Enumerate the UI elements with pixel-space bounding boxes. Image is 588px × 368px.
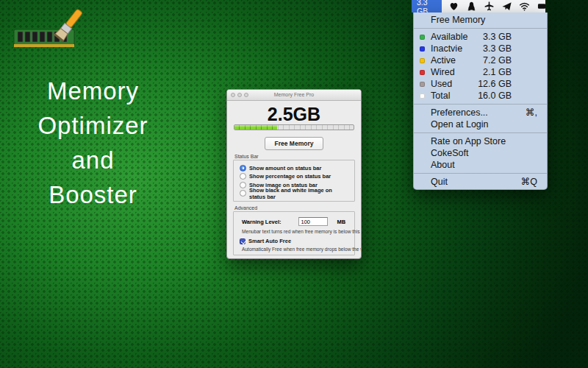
radio-label: Show amount on status bar — [249, 165, 321, 171]
menu-stat-available: Available 3.3 GB — [414, 31, 547, 43]
close-button[interactable] — [231, 93, 235, 97]
advanced-group: Advanced Warning Level: MB Menubar text … — [233, 205, 355, 255]
radio-icon[interactable] — [240, 182, 246, 188]
radio-icon[interactable] — [240, 190, 246, 197]
total-dot-icon — [420, 93, 425, 99]
battery-icon[interactable] — [537, 1, 545, 12]
zoom-button[interactable] — [244, 93, 248, 97]
airplane-icon[interactable] — [484, 1, 495, 12]
radio-label: Show percentage on status bar — [249, 173, 331, 180]
wifi-icon[interactable] — [519, 1, 530, 12]
memory-usage-bar — [234, 124, 354, 130]
menu-stat-wired: Wired 2.1 GB — [414, 66, 547, 78]
menu-separator — [414, 104, 547, 105]
paper-plane-icon[interactable] — [501, 1, 512, 12]
heading-line: and — [10, 143, 176, 177]
menubar: 3.3 GB — [412, 0, 545, 13]
heart-icon[interactable] — [448, 1, 459, 12]
group-label: Advanced — [234, 205, 355, 210]
wallpaper: Memory Optimizer and Booster 3.3 GB — [0, 0, 588, 368]
menu-item-label: Quit — [431, 177, 448, 187]
menubar-status-item[interactable]: 3.3 GB — [412, 0, 442, 13]
minimize-button[interactable] — [237, 93, 242, 97]
marketing-heading: Memory Optimizer and Booster — [10, 74, 176, 212]
stat-value: 16.0 GB — [478, 90, 512, 102]
menu-separator — [414, 173, 547, 174]
menu-shortcut: ⌘, — [526, 107, 537, 118]
radio-label: Show black and white image on status bar — [249, 187, 349, 200]
menu-item-preferences[interactable]: Preferences... ⌘, — [414, 107, 547, 118]
warning-level-input[interactable] — [298, 217, 328, 226]
smart-auto-free-row[interactable]: Smart Auto Free — [240, 238, 349, 244]
menu-item-free-memory[interactable]: Free Memory — [414, 14, 547, 26]
stat-value: 2.1 GB — [483, 66, 512, 78]
menu-item-label: Preferences... — [431, 107, 488, 118]
used-dot-icon — [420, 82, 425, 87]
stat-label: Active — [431, 55, 456, 66]
menu-item-label: About — [431, 160, 455, 170]
menu-stat-total: Total 16.0 GB — [414, 90, 547, 102]
menu-item-label: Rate on App Store — [431, 136, 506, 146]
app-icon-ram-brush — [12, 7, 82, 57]
qq-penguin-icon[interactable] — [466, 1, 477, 12]
status-bar-group: Status Bar Show amount on status bar Sho… — [233, 154, 355, 202]
window-controls — [231, 93, 248, 97]
menu-stat-active: Active 7.2 GB — [414, 54, 547, 66]
available-dot-icon — [420, 35, 425, 40]
radio-show-bw-image[interactable]: Show black and white image on status bar — [240, 190, 349, 198]
radio-icon[interactable] — [240, 165, 246, 171]
menu-item-open-at-login[interactable]: Open at Login — [414, 118, 547, 130]
warning-level-unit: MB — [337, 219, 345, 225]
heading-line: Optimizer — [10, 108, 176, 143]
stat-label: Wired — [431, 67, 455, 77]
menu-item-rate-on-app-store[interactable]: Rate on App Store — [414, 135, 547, 147]
menu-stat-used: Used 12.6 GB — [414, 78, 547, 90]
inactive-dot-icon — [420, 46, 425, 52]
stat-label: Inactvie — [431, 43, 462, 54]
group-label: Status Bar — [234, 154, 355, 159]
checkbox-icon[interactable] — [240, 238, 245, 244]
group-box: Warning Level: MB Menubar text turns red… — [233, 211, 355, 255]
window-title: Memory Free Pro — [274, 92, 314, 97]
window-titlebar[interactable]: Memory Free Pro — [227, 90, 361, 101]
memory-free-pro-window: Memory Free Pro 2.5GB Free Memory Status… — [226, 89, 362, 259]
active-dot-icon — [420, 58, 425, 63]
memory-usage-bar-fill — [234, 125, 277, 130]
checkbox-label: Smart Auto Free — [248, 238, 291, 244]
warning-level-row: Warning Level: MB — [240, 216, 349, 227]
group-box: Show amount on status bar Show percentag… — [233, 160, 355, 202]
warning-note: Menubar text turns red when free memory … — [242, 229, 349, 234]
menu-separator — [414, 132, 547, 133]
radio-show-amount[interactable]: Show amount on status bar — [240, 164, 349, 172]
smart-auto-free-note: Automatically Free when free memory drop… — [242, 247, 349, 252]
stat-label: Total — [431, 91, 450, 101]
wired-dot-icon — [420, 70, 425, 75]
radio-show-percentage[interactable]: Show percentage on status bar — [240, 173, 349, 181]
menu-item-label: Open at Login — [431, 119, 489, 130]
menu-shortcut: ⌘Q — [521, 176, 537, 188]
menu-item-cokesoft[interactable]: CokeSoft — [414, 147, 547, 159]
menu-item-quit[interactable]: Quit ⌘Q — [414, 176, 547, 188]
heading-line: Memory — [10, 74, 176, 108]
stat-value: 3.3 GB — [483, 31, 512, 43]
stat-label: Available — [431, 32, 468, 42]
menu-separator — [414, 28, 547, 29]
free-memory-button[interactable]: Free Memory — [265, 137, 323, 150]
warning-level-label: Warning Level: — [242, 219, 281, 225]
menu-stat-inactive: Inactvie 3.3 GB — [414, 43, 547, 54]
menu-item-label: CokeSoft — [431, 148, 468, 158]
menu-item-about[interactable]: About — [414, 159, 547, 171]
stat-value: 7.2 GB — [483, 54, 512, 66]
heading-line: Booster — [10, 177, 176, 212]
free-memory-amount: 2.5GB — [227, 106, 361, 122]
stat-value: 3.3 GB — [483, 43, 512, 54]
radio-icon[interactable] — [240, 173, 246, 180]
stat-value: 12.6 GB — [478, 78, 512, 90]
status-menu-dropdown: Free Memory Available 3.3 GB Inactvie 3.… — [413, 13, 548, 190]
stat-label: Used — [431, 79, 452, 89]
